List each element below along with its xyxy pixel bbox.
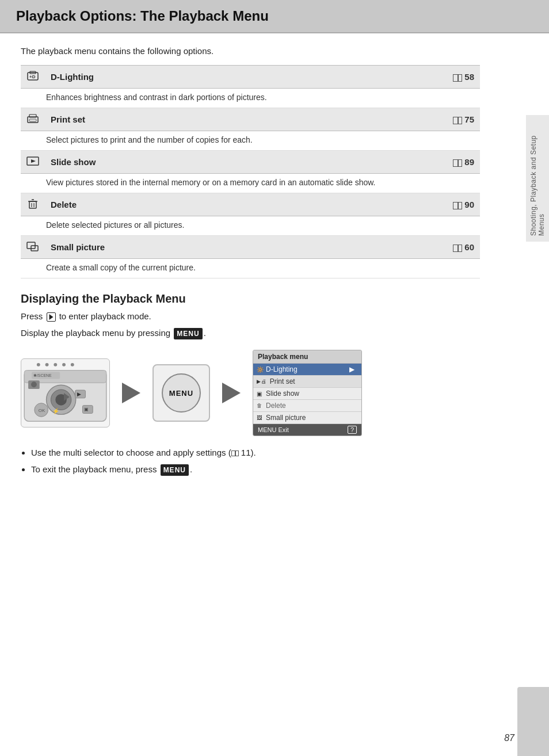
arrow-1 [120, 384, 142, 402]
page-number: 87 [504, 733, 514, 743]
menu-button-circle: MENU [162, 373, 201, 413]
pm-footer-help: ? [348, 426, 357, 434]
svg-text:⚡: ⚡ [52, 407, 60, 415]
svg-point-18 [45, 363, 49, 366]
svg-text:OK: OK [39, 408, 45, 413]
svg-marker-7 [31, 159, 36, 163]
option-label: Print set [45, 108, 336, 131]
list-item: Use the multi selector to choose and app… [31, 446, 480, 460]
table-row: Delete 90 [21, 193, 480, 216]
option-label: D-Lighting [45, 66, 336, 89]
step1-text: Press to enter playback mode. [21, 310, 480, 323]
option-icon: +D [21, 66, 45, 89]
option-description: Enhances brightness and contrast in dark… [21, 89, 480, 108]
table-row: Small picture 60 [21, 236, 480, 259]
pm-delete-icon: 🗑 [257, 403, 262, 408]
svg-point-17 [37, 363, 40, 366]
svg-text:✱/SCENE: ✱/SCENE [33, 373, 52, 377]
table-row: Delete selected pictures or all pictures… [21, 216, 480, 236]
option-icon [21, 236, 45, 259]
option-icon [21, 108, 45, 131]
svg-rect-8 [29, 201, 36, 208]
pm-slideshow-icon: ▣ [257, 391, 262, 397]
playback-menu-screenshot: Playback menu 🔆 D-Lighting ▶ ▶ 🖨 Print s… [253, 350, 362, 436]
svg-point-19 [54, 363, 57, 366]
pm-footer: MENU Exit ? [253, 424, 361, 436]
table-row: View pictures stored in the internal mem… [21, 174, 480, 193]
menu-button-diagram: MENU [152, 364, 210, 422]
pm-dlighting-icon: 🔆 [257, 366, 264, 373]
table-row: Select pictures to print and the number … [21, 131, 480, 151]
option-label: Slide show [45, 151, 336, 174]
pm-item-slideshow: ▣ Slide show [253, 388, 361, 400]
option-label: Delete [45, 193, 336, 216]
option-icon [21, 151, 45, 174]
option-ref: 90 [336, 193, 480, 216]
pm-printset-subicon: 🖨 [261, 379, 266, 384]
sidebar-text: Shooting, Playback and Setup Menus [526, 115, 549, 242]
option-description: Select pictures to print and the number … [21, 131, 480, 151]
svg-text:+D: +D [29, 74, 36, 79]
menu-label-bullet: MENU [161, 464, 189, 476]
option-description: Delete selected pictures or all pictures… [21, 216, 480, 236]
step2-text: Display the playback menu by pressing ME… [21, 327, 480, 340]
table-row: Create a small copy of the current pictu… [21, 259, 480, 278]
svg-rect-5 [29, 119, 36, 121]
option-ref: 89 [336, 151, 480, 174]
bottom-tab [517, 687, 549, 756]
bullet-list: Use the multi selector to choose and app… [31, 446, 480, 476]
camera-diagram: ✱/SCENE ▶ OK ⚡ ▣ [21, 358, 110, 427]
table-row: Print set 75 [21, 108, 480, 131]
option-ref: 75 [336, 108, 480, 131]
diagram-area: ✱/SCENE ▶ OK ⚡ ▣ [21, 350, 480, 436]
list-item: To exit the playback menu, press MENU. [31, 463, 480, 476]
pm-printset-icon: ▶ [257, 379, 261, 384]
options-table: +D D-Lighting 58 Enhances brightness and… [21, 65, 480, 278]
pm-item-printset: ▶ 🖨 Print set [253, 376, 361, 388]
option-ref: 58 [336, 66, 480, 89]
pm-smallpicture-icon: 🖼 [257, 415, 262, 421]
page-title: Playback Options: The Playback Menu [16, 8, 533, 24]
pm-title: Playback menu [253, 350, 361, 364]
arrow-2 [220, 384, 242, 402]
svg-text:▣: ▣ [84, 407, 89, 412]
svg-text:▶: ▶ [77, 391, 81, 397]
pm-item-delete: 🗑 Delete [253, 400, 361, 412]
option-ref: 60 [336, 236, 480, 259]
menu-label-inline: MENU [174, 328, 202, 339]
table-row: +D D-Lighting 58 [21, 66, 480, 89]
option-icon [21, 193, 45, 216]
main-content: The playback menu contains the following… [0, 33, 501, 494]
intro-text: The playback menu contains the following… [21, 46, 480, 56]
option-description: Create a small copy of the current pictu… [21, 259, 480, 278]
svg-point-21 [71, 363, 74, 366]
pm-item-smallpicture: 🖼 Small picture [253, 412, 361, 424]
table-row: Slide show 89 [21, 151, 480, 174]
option-description: View pictures stored in the internal mem… [21, 174, 480, 193]
pm-footer-exit: MENU Exit [258, 426, 289, 433]
page-header: Playback Options: The Playback Menu [0, 0, 549, 33]
playback-mode-icon [47, 312, 56, 322]
svg-point-20 [62, 363, 66, 366]
table-row: Enhances brightness and contrast in dark… [21, 89, 480, 108]
pm-item-dlighting: 🔆 D-Lighting ▶ [253, 364, 361, 376]
svg-point-28 [31, 381, 37, 387]
section-heading: Displaying the Playback Menu [21, 292, 480, 306]
option-label: Small picture [45, 236, 336, 259]
